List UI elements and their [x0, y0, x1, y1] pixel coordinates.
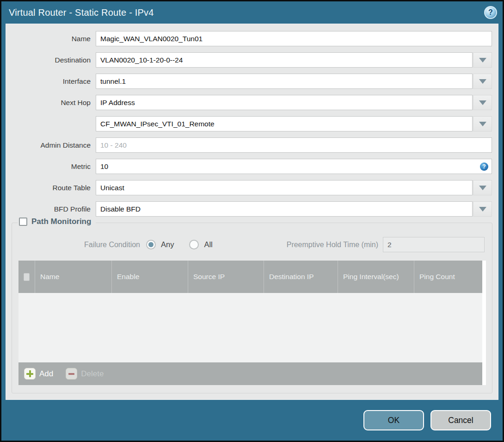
metric-input[interactable]	[96, 159, 492, 174]
column-header-enable[interactable]: Enable	[112, 261, 188, 293]
form-row-destination: Destination	[8, 52, 492, 68]
plus-icon	[24, 368, 36, 380]
select-all-checkbox[interactable]	[24, 273, 30, 281]
path-monitoring-checkbox[interactable]	[19, 218, 27, 226]
failure-condition-row: Failure Condition Any All Preemptive Hol…	[12, 237, 485, 252]
path-monitoring-title: Path Monitoring	[31, 217, 91, 226]
destination-input[interactable]	[96, 52, 473, 68]
dialog-body: Name Destination Interface	[6, 24, 498, 400]
route-table-dropdown-button[interactable]	[473, 180, 492, 195]
form-row-name: Name	[8, 31, 492, 46]
chevron-down-icon	[479, 79, 486, 84]
next-hop-address-dropdown-button[interactable]	[473, 116, 492, 131]
chevron-down-icon	[479, 186, 486, 190]
preemptive-hold-time-group: Preemptive Hold Time (min)	[287, 237, 485, 252]
chevron-down-icon	[479, 100, 486, 105]
form-row-route-table: Route Table	[8, 180, 492, 195]
delete-button-label: Delete	[81, 369, 104, 379]
column-header-ping-count[interactable]: Ping Count	[414, 261, 482, 293]
table-header-row: Name Enable Source IP Destination IP Pin…	[18, 261, 482, 293]
form-row-bfd-profile: BFD Profile	[8, 201, 492, 217]
form-row-metric: Metric ?	[8, 159, 492, 174]
radio-all-label: All	[204, 240, 212, 249]
metric-label: Metric	[8, 162, 96, 171]
metric-info-icon[interactable]: ?	[480, 162, 488, 171]
path-monitoring-table: Name Enable Source IP Destination IP Pin…	[18, 261, 486, 385]
column-header-destination-ip[interactable]: Destination IP	[264, 261, 338, 293]
interface-input[interactable]	[96, 74, 473, 89]
bfd-profile-dropdown-button[interactable]	[473, 201, 492, 217]
interface-label: Interface	[8, 77, 96, 86]
form-row-interface: Interface	[8, 74, 492, 89]
dialog-title: Virtual Router - Static Route - IPv4	[9, 7, 484, 18]
name-label: Name	[8, 35, 96, 43]
form-row-next-hop-address	[8, 116, 492, 131]
path-monitoring-legend: Path Monitoring	[18, 217, 96, 226]
next-hop-dropdown-button[interactable]	[473, 95, 492, 110]
admin-distance-input[interactable]	[96, 137, 492, 153]
failure-condition-any-option[interactable]: Any	[146, 240, 174, 249]
static-route-dialog: Virtual Router - Static Route - IPv4 ? N…	[1, 1, 503, 441]
add-button[interactable]: Add	[24, 368, 53, 380]
chevron-down-icon	[479, 207, 486, 212]
bfd-profile-label: BFD Profile	[8, 205, 96, 213]
chevron-down-icon	[479, 122, 486, 126]
admin-distance-label: Admin Distance	[8, 141, 96, 149]
minus-icon	[66, 368, 77, 380]
name-input[interactable]	[96, 31, 492, 46]
destination-dropdown-button[interactable]	[473, 52, 492, 68]
failure-condition-label: Failure Condition	[12, 241, 146, 249]
radio-button-any[interactable]	[146, 240, 156, 249]
ok-button[interactable]: OK	[363, 410, 424, 430]
route-table-select[interactable]	[96, 180, 473, 195]
column-header-source-ip[interactable]: Source IP	[188, 261, 264, 293]
next-hop-type-select[interactable]	[96, 95, 473, 110]
table-header-checkbox-cell	[18, 261, 35, 293]
column-header-ping-interval[interactable]: Ping Interval(sec)	[338, 261, 414, 293]
route-table-label: Route Table	[8, 184, 96, 192]
form-row-admin-distance: Admin Distance	[8, 137, 492, 153]
next-hop-address-input[interactable]	[96, 116, 473, 131]
table-body-empty	[18, 293, 482, 362]
next-hop-label: Next Hop	[8, 99, 96, 107]
add-button-label: Add	[39, 369, 53, 379]
preemptive-hold-time-label: Preemptive Hold Time (min)	[287, 241, 378, 249]
chevron-down-icon	[479, 58, 486, 62]
failure-condition-all-option[interactable]: All	[189, 240, 212, 249]
column-header-name[interactable]: Name	[35, 261, 112, 293]
delete-button[interactable]: Delete	[66, 368, 104, 380]
form-row-next-hop: Next Hop	[8, 95, 492, 110]
radio-any-label: Any	[161, 240, 174, 249]
preemptive-hold-time-input[interactable]	[383, 237, 485, 252]
dialog-footer: OK Cancel	[1, 400, 503, 441]
destination-label: Destination	[8, 56, 96, 64]
interface-dropdown-button[interactable]	[473, 74, 492, 89]
help-icon[interactable]: ?	[484, 6, 497, 19]
radio-button-all[interactable]	[189, 240, 199, 249]
bfd-profile-select[interactable]	[96, 201, 473, 217]
path-monitoring-section: Path Monitoring Failure Condition Any Al…	[12, 223, 492, 393]
cancel-button[interactable]: Cancel	[430, 410, 491, 430]
title-bar: Virtual Router - Static Route - IPv4 ?	[1, 1, 503, 24]
table-footer-bar: Add Delete	[18, 362, 482, 385]
